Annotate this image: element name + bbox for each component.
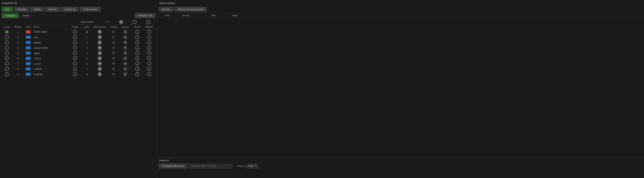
row-masters[interactable] [143,35,155,39]
search-input[interactable] [188,164,232,168]
vh-remove-all-button[interactable]: Remove all other versions [174,7,207,12]
row-color [24,73,32,76]
header-global-options: Global options [92,26,108,28]
row-sources[interactable] [119,62,131,66]
row-sources[interactable] [119,56,131,60]
group-by-select[interactable]: Object ▼ [246,164,258,168]
snapshot-table-body: 1 START SPAT 45 2.0 2 Inus [0,29,157,77]
header-rooms: Rooms [131,26,143,28]
row-masters[interactable] [143,51,155,55]
row-masters[interactable] [143,62,155,66]
row-rooms[interactable] [131,56,143,60]
row-current[interactable] [2,51,12,55]
row-global-options[interactable] [92,40,108,44]
propagate-button[interactable]: Propagate [2,13,18,18]
row-index: 8 [82,73,92,76]
row-number: 5 [12,52,24,54]
row-rooms[interactable] [131,46,143,50]
row-disable[interactable] [68,51,82,55]
row-current[interactable] [2,40,12,44]
row-masters[interactable] [143,72,155,76]
row-color [24,52,32,54]
remove-button[interactable]: Remove [45,7,60,12]
vh-remove-button[interactable]: Remove [159,7,174,12]
table-row[interactable]: 3 desees 2 2.0 [0,40,157,45]
row-disable[interactable] [68,72,82,76]
update-button[interactable]: Update [30,7,44,12]
row-index: 45 [82,31,92,33]
row-current[interactable] [2,62,12,66]
row-color [24,46,32,49]
row-sources[interactable] [119,30,131,34]
row-global-options[interactable] [92,62,108,66]
table-row[interactable]: 6 1.06.22 5 2.0 [0,56,157,61]
move-up-button[interactable]: ▲ Move up [61,7,79,12]
row-masters[interactable] [143,40,155,44]
row-masters[interactable] [143,67,155,71]
row-current[interactable] [2,72,12,76]
row-index: 3 [82,46,92,49]
row-global-options[interactable] [92,35,108,39]
row-sources[interactable] [119,46,131,50]
row-sources[interactable] [119,67,131,71]
row-rooms[interactable] [131,40,143,44]
row-global-options[interactable] [92,51,108,55]
global-sources-radio[interactable] [114,20,128,24]
move-down-button[interactable]: ▼ Move down [80,7,100,12]
row-global-options[interactable] [92,67,108,71]
row-color [24,62,32,65]
row-current[interactable] [2,56,12,60]
row-rooms[interactable] [131,30,143,34]
table-row[interactable]: 5 oignal 4 2.0 [0,50,157,56]
duplicate-button[interactable]: Duplicate [14,7,29,12]
row-number: 1 [12,31,24,33]
row-rooms[interactable] [131,35,143,39]
row-disable[interactable] [68,67,82,71]
row-disable[interactable] [68,62,82,66]
relative-recall-button[interactable]: Relative recall [135,13,155,18]
row-disable[interactable] [68,40,82,44]
row-disable[interactable] [68,35,82,39]
row-global-options[interactable] [92,72,108,76]
vh-content-area [157,18,644,157]
vh-header-number: Number [176,14,196,17]
row-current[interactable] [2,46,12,50]
row-rooms[interactable] [131,67,143,71]
table-row[interactable]: 4 Jacque Cartier 3 2.0 [0,45,157,50]
propagate-differences-button[interactable]: Propagate differences [159,164,187,168]
row-index: 5 [82,57,92,60]
row-sources[interactable] [119,40,131,44]
row-masters[interactable] [143,30,155,34]
row-global-options[interactable] [92,56,108,60]
table-row[interactable]: 2 Inus 1 2.0 [0,35,157,40]
row-sources[interactable] [119,51,131,55]
table-row[interactable]: 8 1.08.28 7 2.0 [0,66,157,72]
row-name: le branle [32,73,68,76]
row-rooms[interactable] [131,62,143,66]
row-rooms[interactable] [131,51,143,55]
global-rooms-radio[interactable] [128,20,142,24]
row-current[interactable] [2,30,12,34]
row-current[interactable] [2,67,12,71]
row-global-options[interactable] [92,46,108,50]
table-row[interactable]: 1 START SPAT 45 2.0 [0,29,157,35]
vh-header-notes: Notes [230,14,642,17]
row-masters[interactable] [143,46,155,50]
row-disable[interactable] [68,56,82,60]
table-row[interactable]: 9 le branle 8 2.0 [0,72,157,77]
row-masters[interactable] [143,56,155,60]
row-rooms[interactable] [131,72,143,76]
row-sources[interactable] [119,72,131,76]
new-button[interactable]: New [2,7,13,12]
recall-button[interactable]: Recall [20,13,32,18]
row-number: 7 [12,62,24,65]
vh-table-header: Active Number Date Notes [157,13,644,18]
row-timing: 2.0 [108,52,119,54]
global-masters-radio[interactable] [142,20,155,24]
table-row[interactable]: 7 La cour 6 2.0 [0,61,157,66]
row-disable[interactable] [68,46,82,50]
row-sources[interactable] [119,35,131,39]
row-disable[interactable] [68,30,82,34]
row-global-options[interactable] [92,30,108,34]
row-current[interactable] [2,35,12,39]
